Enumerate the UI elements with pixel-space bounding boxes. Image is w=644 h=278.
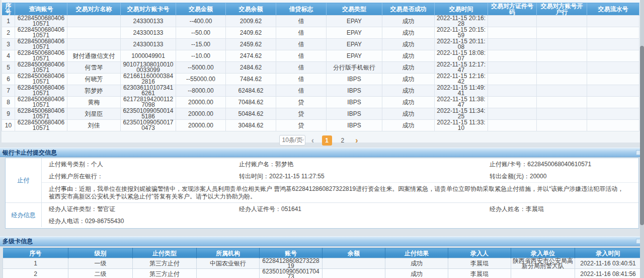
- column-header: 交易时间: [435, 3, 488, 16]
- table-cell: 9010713080100100033099: [121, 62, 176, 74]
- table-row: 36228450068040610571243300133--15.002459…: [2, 39, 639, 50]
- field-value: 个人: [91, 161, 103, 168]
- table-cell: 借: [276, 62, 327, 74]
- column-header: 交易金额: [176, 3, 226, 16]
- column-header: 交易流水号: [587, 3, 639, 16]
- page-size-select[interactable]: 10条/页˅: [279, 135, 305, 146]
- column-header: 账号: [260, 248, 323, 258]
- table-row: 86228450068040610571黄梅621728194200112709…: [2, 97, 639, 108]
- table-cell: 2022-11-15 20:16:28: [435, 16, 488, 27]
- table-cell: [587, 108, 639, 120]
- field-label: 转出金额(元)：: [490, 173, 530, 180]
- table-cell: 成功: [382, 50, 435, 62]
- table-cell: [537, 27, 587, 39]
- table-cell: [488, 120, 537, 131]
- table-cell: 何晓芳: [67, 74, 121, 85]
- table-cell: [67, 39, 121, 50]
- table-cell: 借: [276, 50, 327, 62]
- table-cell: 第三方止付: [133, 269, 197, 278]
- table-cell: 7: [2, 85, 15, 97]
- table-cell: 2022-11-15 12:16:42: [435, 74, 488, 85]
- field-value: 2022-11-15 11:27:55: [269, 173, 325, 180]
- next-page-icon[interactable]: ›: [355, 135, 358, 146]
- table-cell: [587, 120, 639, 131]
- field-value: 近期，我单位在接报刘妮被骗警情中，发现涉案人员利用贵单位相关账户 曹鸿基6228…: [49, 185, 623, 200]
- column-header: 交易对方账号开户行: [537, 3, 587, 16]
- field-label: 转出时间：: [239, 173, 269, 180]
- page-button-2[interactable]: 2: [338, 135, 348, 146]
- column-header: 序号: [3, 248, 68, 258]
- field-value: 警官证: [97, 205, 115, 213]
- table-cell: 243300133: [121, 16, 176, 27]
- table-cell: 2022-11-15 11:49:41: [435, 85, 488, 97]
- table-cell: [488, 16, 537, 27]
- table-cell: 李晨琨: [448, 258, 511, 269]
- field-label: 止付事由：: [49, 185, 79, 192]
- transactions-panel: 序号查询账号交易对方名称交易对方账卡号交易金额交易余额借贷标志交易类型交易是否成…: [2, 0, 640, 143]
- table-cell: [488, 85, 537, 97]
- table-cell: --10.00: [176, 50, 226, 62]
- table-cell: 1: [2, 16, 15, 27]
- table-cell: 李晨琨: [448, 269, 511, 278]
- table-cell: [587, 85, 639, 97]
- table-cell: 分行版手机银行: [327, 62, 382, 74]
- table-cell: 2022-11-15 12:17:47: [435, 62, 488, 74]
- table-cell: [67, 27, 121, 39]
- column-header: 录入单位: [511, 248, 575, 258]
- table-cell: 2022-11-15 11:38:47: [435, 97, 488, 108]
- table-cell: 借: [276, 27, 327, 39]
- table-cell: 6235010990500170473: [121, 120, 176, 131]
- multi-card-section-title: 多级卡信息: [3, 238, 33, 245]
- table-row: 66228450068040610571何晓芳62166116000038428…: [2, 74, 639, 85]
- table-cell: 2474.62: [226, 50, 276, 62]
- multi-card-section-header: 多级卡信息: [0, 236, 644, 246]
- info-row: 止付账号类别：个人 止付账户名：郭梦艳 止付账/卡号：6228450068040…: [42, 158, 638, 170]
- column-header: 余额: [323, 248, 385, 258]
- page-size-value: 10条/页: [282, 136, 302, 144]
- table-cell: [587, 16, 639, 27]
- page-button-1[interactable]: 1: [322, 135, 332, 146]
- stop-payment-info-box: 止付 止付账号类别：个人 止付账户名：郭梦艳 止付账/卡号：6228450068…: [5, 158, 639, 229]
- scrollbar-thumb[interactable]: [640, 46, 644, 225]
- table-row: 2二级第三方止付6235010990500170473成功李晨琨2022-11-…: [3, 269, 641, 278]
- table-cell: 20000.00: [176, 120, 226, 131]
- table-cell: [323, 269, 385, 278]
- table-cell: 2022-11-15 11:34:25: [435, 108, 488, 120]
- column-header: 交易是否成功: [382, 3, 435, 16]
- column-header: 交易对方账卡号: [121, 3, 176, 16]
- field-label: 止付账户所在银行：: [49, 173, 103, 180]
- field-value: 029-86755430: [85, 218, 124, 225]
- table-cell: [323, 258, 385, 269]
- multi-card-table: 序号级别止付类型所属机构账号余额止付结果录入人录入单位录入时间 1一级第三方止付…: [3, 248, 641, 278]
- table-cell: [537, 16, 587, 27]
- column-header: 借贷标志: [276, 3, 327, 16]
- table-cell: 2484.62: [226, 62, 276, 74]
- table-cell: [537, 97, 587, 108]
- field-label: 经办人姓名：: [490, 205, 526, 213]
- table-cell: 3: [2, 39, 15, 50]
- table-cell: [511, 269, 575, 278]
- table-cell: 30484.62: [226, 120, 276, 131]
- table-cell: 6228450068040610571: [15, 39, 67, 50]
- field-label: 止付账/卡号：: [490, 161, 527, 168]
- table-cell: 243300133: [121, 39, 176, 50]
- table-cell: 62484.62: [226, 85, 276, 97]
- table-cell: IBPS: [327, 120, 382, 131]
- table-cell: --50.00: [176, 27, 226, 39]
- table-cell: 一级: [68, 258, 133, 269]
- prev-page-icon[interactable]: ‹: [311, 135, 314, 146]
- table-cell: 黄梅: [67, 97, 121, 108]
- table-cell: 成功: [382, 27, 435, 39]
- field-value: 郭梦艳: [275, 161, 293, 168]
- table-cell: 2409.62: [226, 27, 276, 39]
- table-cell: 8: [2, 97, 15, 108]
- table-cell: EPAY: [327, 39, 382, 50]
- table-cell: [537, 50, 587, 62]
- column-header: 止付类型: [133, 248, 197, 258]
- table-cell: 6228450068040610571: [15, 97, 67, 108]
- column-header: 交易余额: [226, 3, 276, 16]
- column-header: 交易类型: [327, 3, 382, 16]
- table-cell: [537, 120, 587, 131]
- table-cell: [587, 62, 639, 74]
- table-cell: --55000.00: [176, 74, 226, 85]
